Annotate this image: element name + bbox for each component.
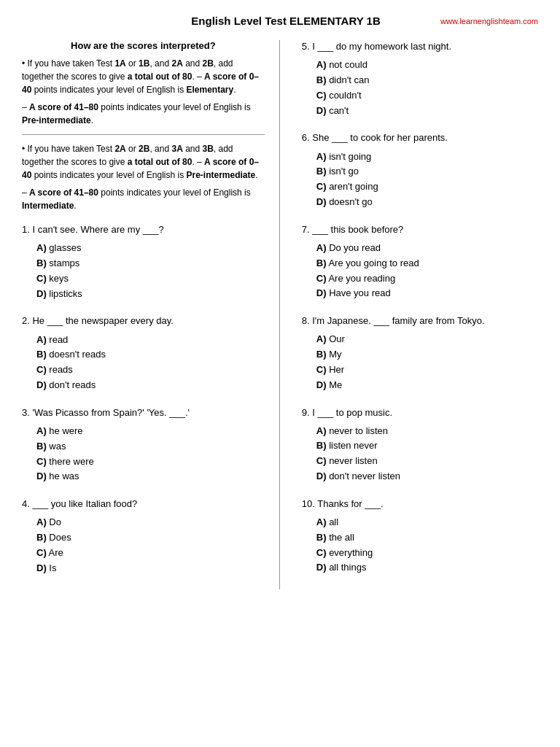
right-question-2: 6. She ___ to cook for her parents.A) is…: [302, 131, 538, 209]
option-item: C) Are: [36, 546, 265, 561]
option-item: B) didn't can: [316, 73, 538, 88]
left-column: How are the scores interpreted? • If you…: [22, 40, 280, 589]
option-item: A) all: [316, 515, 538, 530]
intro-section: How are the scores interpreted? • If you…: [22, 40, 265, 212]
option-item: B) My: [316, 347, 538, 363]
option-item: C) there were: [36, 454, 265, 470]
left-question-4: 4. ___ you like Italian food?A) DoB) Doe…: [22, 498, 265, 576]
option-item: D) lipsticks: [36, 287, 265, 302]
question-text: 2. He ___ the newspaper every day.: [22, 314, 265, 328]
option-item: C) everything: [316, 546, 538, 561]
option-item: C) aren't going: [316, 179, 538, 195]
option-item: B) listen never: [316, 438, 538, 454]
page-title: English Level Test ELEMENTARY 1B: [131, 15, 440, 27]
right-question-4: 8. I'm Japanese. ___ family are from Tok…: [302, 314, 538, 392]
question-text: 7. ___ this book before?: [302, 223, 538, 236]
divider: [22, 134, 265, 135]
intro-block2-note: – A score of 41–80 points indicates your…: [22, 186, 265, 212]
right-question-5: 9. I ___ to pop music.A) never to listen…: [302, 406, 538, 484]
option-item: C) Are you reading: [316, 271, 538, 287]
option-item: C) Her: [316, 363, 538, 378]
option-item: D) don't reads: [36, 378, 265, 393]
option-item: A) never to listen: [316, 424, 538, 439]
option-item: B) Does: [36, 530, 265, 546]
intro-block1-text: • If you have taken Test 1A or 1B, and 2…: [22, 57, 265, 96]
option-item: A) isn't going: [316, 150, 538, 165]
option-item: C) couldn't: [316, 88, 538, 104]
option-item: D) Have you read: [316, 286, 538, 301]
page-header: English Level Test ELEMENTARY 1B www.lea…: [22, 15, 538, 27]
option-item: A) he were: [36, 424, 265, 439]
option-item: B) isn't go: [316, 164, 538, 179]
option-item: B) was: [36, 439, 265, 454]
intro-block1-note: – A score of 41–80 points indicates your…: [22, 101, 265, 127]
question-text: 5. I ___ do my homework last night.: [302, 40, 538, 53]
option-item: C) never listen: [316, 454, 538, 469]
option-item: A) Do: [36, 515, 265, 530]
question-text: 10. Thanks for ___.: [302, 498, 538, 511]
question-text: 8. I'm Japanese. ___ family are from Tok…: [302, 314, 538, 328]
left-question-2: 2. He ___ the newspaper every day.A) rea…: [22, 314, 265, 392]
intro-heading: How are the scores interpreted?: [22, 40, 265, 51]
right-column: 5. I ___ do my homework last night.A) no…: [280, 40, 538, 589]
right-question-3: 7. ___ this book before?A) Do you readB)…: [302, 223, 538, 301]
option-item: D) he was: [36, 469, 265, 484]
option-item: A) Our: [316, 332, 538, 347]
right-question-6: 10. Thanks for ___.A) allB) the allC) ev…: [302, 498, 538, 576]
option-item: D) all things: [316, 560, 538, 576]
option-item: A) read: [36, 333, 265, 348]
left-question-3: 3. 'Was Picasso from Spain?' 'Yes. ___.'…: [22, 406, 265, 484]
right-questions: 5. I ___ do my homework last night.A) no…: [302, 40, 538, 576]
option-item: B) stamps: [36, 256, 265, 271]
option-item: D) can't: [316, 104, 538, 119]
right-question-1: 5. I ___ do my homework last night.A) no…: [302, 40, 538, 118]
option-item: B) doesn't reads: [36, 347, 265, 363]
option-item: D) Is: [36, 561, 265, 576]
question-text: 1. I can't see. Where are my ___?: [22, 223, 265, 236]
intro-block2-text: • If you have taken Test 2A or 2B, and 3…: [22, 142, 265, 182]
option-item: B) the all: [316, 530, 538, 546]
option-item: B) Are you going to read: [316, 256, 538, 271]
option-item: A) glasses: [36, 241, 265, 256]
option-item: D) Me: [316, 378, 538, 393]
option-item: D) doesn't go: [316, 195, 538, 210]
option-item: C) reads: [36, 363, 265, 378]
website-link: www.learnenglishteam.com: [440, 17, 538, 26]
option-item: D) don't never listen: [316, 469, 538, 484]
question-text: 4. ___ you like Italian food?: [22, 498, 265, 511]
question-text: 6. She ___ to cook for her parents.: [302, 131, 538, 144]
question-text: 3. 'Was Picasso from Spain?' 'Yes. ___.': [22, 406, 265, 419]
question-text: 9. I ___ to pop music.: [302, 406, 538, 419]
left-questions: 1. I can't see. Where are my ___?A) glas…: [22, 223, 265, 576]
option-item: C) keys: [36, 271, 265, 287]
option-item: A) Do you read: [316, 241, 538, 256]
left-question-1: 1. I can't see. Where are my ___?A) glas…: [22, 223, 265, 301]
main-content: How are the scores interpreted? • If you…: [22, 40, 538, 589]
option-item: A) not could: [316, 58, 538, 73]
